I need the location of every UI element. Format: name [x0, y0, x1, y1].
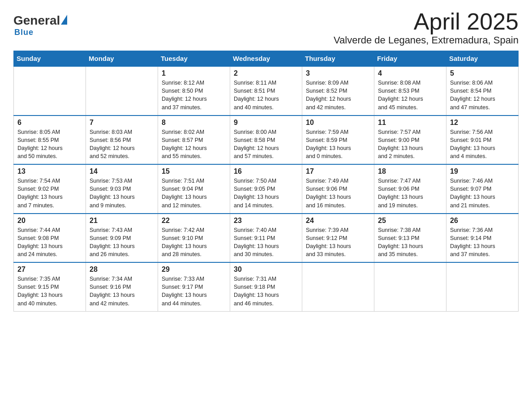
day-number: 4 — [378, 69, 442, 77]
day-info: Sunrise: 7:43 AM Sunset: 9:09 PM Dayligh… — [90, 226, 154, 259]
calendar-cell — [302, 262, 374, 311]
day-number: 27 — [17, 265, 82, 274]
day-info: Sunrise: 7:39 AM Sunset: 9:12 PM Dayligh… — [306, 226, 370, 259]
day-number: 9 — [234, 119, 298, 127]
day-number: 12 — [450, 119, 515, 127]
day-info: Sunrise: 7:31 AM Sunset: 9:18 PM Dayligh… — [234, 275, 298, 308]
day-number: 3 — [306, 69, 370, 77]
day-number: 8 — [162, 119, 226, 127]
calendar-cell: 7Sunrise: 8:03 AM Sunset: 8:56 PM Daylig… — [86, 116, 158, 165]
calendar-cell: 23Sunrise: 7:40 AM Sunset: 9:11 PM Dayli… — [230, 214, 302, 263]
subtitle: Valverde de Leganes, Extremadura, Spain — [334, 34, 519, 46]
day-info: Sunrise: 7:46 AM Sunset: 9:07 PM Dayligh… — [450, 177, 515, 210]
day-info: Sunrise: 7:36 AM Sunset: 9:14 PM Dayligh… — [450, 226, 515, 259]
day-number: 15 — [162, 167, 226, 176]
day-info: Sunrise: 7:49 AM Sunset: 9:06 PM Dayligh… — [306, 177, 370, 210]
calendar-cell: 21Sunrise: 7:43 AM Sunset: 9:09 PM Dayli… — [86, 214, 158, 263]
day-info: Sunrise: 8:11 AM Sunset: 8:51 PM Dayligh… — [234, 79, 298, 111]
calendar-cell: 9Sunrise: 8:00 AM Sunset: 8:58 PM Daylig… — [230, 116, 302, 165]
day-info: Sunrise: 8:09 AM Sunset: 8:52 PM Dayligh… — [306, 79, 370, 111]
logo-blue-text: Blue — [14, 28, 34, 37]
calendar-cell: 4Sunrise: 8:08 AM Sunset: 8:53 PM Daylig… — [374, 66, 446, 116]
calendar-cell: 26Sunrise: 7:36 AM Sunset: 9:14 PM Dayli… — [446, 214, 519, 263]
logo: General Blue — [13, 9, 67, 37]
day-number: 14 — [90, 167, 154, 176]
day-number: 11 — [378, 119, 442, 127]
calendar-cell: 27Sunrise: 7:35 AM Sunset: 9:15 PM Dayli… — [14, 262, 86, 311]
day-info: Sunrise: 8:02 AM Sunset: 8:57 PM Dayligh… — [162, 128, 226, 161]
calendar-cell: 2Sunrise: 8:11 AM Sunset: 8:51 PM Daylig… — [230, 66, 302, 116]
day-info: Sunrise: 7:57 AM Sunset: 9:00 PM Dayligh… — [378, 128, 442, 161]
calendar-header: SundayMondayTuesdayWednesdayThursdayFrid… — [14, 51, 519, 67]
day-number: 7 — [90, 119, 154, 127]
calendar-cell: 5Sunrise: 8:06 AM Sunset: 8:54 PM Daylig… — [446, 66, 519, 116]
day-info: Sunrise: 8:06 AM Sunset: 8:54 PM Dayligh… — [450, 79, 515, 111]
calendar-cell: 18Sunrise: 7:47 AM Sunset: 9:06 PM Dayli… — [374, 164, 446, 214]
calendar-cell: 11Sunrise: 7:57 AM Sunset: 9:00 PM Dayli… — [374, 116, 446, 165]
day-info: Sunrise: 7:53 AM Sunset: 9:03 PM Dayligh… — [90, 177, 154, 210]
calendar-cell: 15Sunrise: 7:51 AM Sunset: 9:04 PM Dayli… — [158, 164, 230, 214]
day-info: Sunrise: 7:47 AM Sunset: 9:06 PM Dayligh… — [378, 177, 442, 210]
calendar-cell: 12Sunrise: 7:56 AM Sunset: 9:01 PM Dayli… — [446, 116, 519, 165]
weekday-header-friday: Friday — [374, 51, 446, 67]
day-info: Sunrise: 7:34 AM Sunset: 9:16 PM Dayligh… — [90, 275, 154, 308]
weekday-header-tuesday: Tuesday — [158, 51, 230, 67]
calendar-cell: 30Sunrise: 7:31 AM Sunset: 9:18 PM Dayli… — [230, 262, 302, 311]
calendar-week-1: 1Sunrise: 8:12 AM Sunset: 8:50 PM Daylig… — [14, 66, 519, 116]
calendar-cell — [86, 66, 158, 116]
day-info: Sunrise: 7:59 AM Sunset: 8:59 PM Dayligh… — [306, 128, 370, 161]
weekday-header-sunday: Sunday — [14, 51, 86, 67]
calendar-cell: 19Sunrise: 7:46 AM Sunset: 9:07 PM Dayli… — [446, 164, 519, 214]
logo-general-text: General — [13, 13, 60, 28]
logo-triangle-icon — [61, 15, 67, 25]
day-number: 17 — [306, 167, 370, 176]
weekday-header-thursday: Thursday — [302, 51, 374, 67]
calendar-table: SundayMondayTuesdayWednesdayThursdayFrid… — [13, 51, 519, 312]
day-info: Sunrise: 7:42 AM Sunset: 9:10 PM Dayligh… — [162, 226, 226, 259]
day-info: Sunrise: 7:56 AM Sunset: 9:01 PM Dayligh… — [450, 128, 515, 161]
main-title: April 2025 — [334, 9, 519, 34]
calendar-cell: 3Sunrise: 8:09 AM Sunset: 8:52 PM Daylig… — [302, 66, 374, 116]
calendar-cell: 29Sunrise: 7:33 AM Sunset: 9:17 PM Dayli… — [158, 262, 230, 311]
weekday-header-wednesday: Wednesday — [230, 51, 302, 67]
calendar-cell — [446, 262, 519, 311]
calendar-cell: 24Sunrise: 7:39 AM Sunset: 9:12 PM Dayli… — [302, 214, 374, 263]
calendar-body: 1Sunrise: 8:12 AM Sunset: 8:50 PM Daylig… — [14, 66, 519, 311]
calendar-cell — [14, 66, 86, 116]
calendar-cell: 22Sunrise: 7:42 AM Sunset: 9:10 PM Dayli… — [158, 214, 230, 263]
calendar-cell: 1Sunrise: 8:12 AM Sunset: 8:50 PM Daylig… — [158, 66, 230, 116]
weekday-header-monday: Monday — [86, 51, 158, 67]
day-number: 26 — [450, 217, 515, 225]
day-info: Sunrise: 8:00 AM Sunset: 8:58 PM Dayligh… — [234, 128, 298, 161]
calendar-cell: 8Sunrise: 8:02 AM Sunset: 8:57 PM Daylig… — [158, 116, 230, 165]
calendar-week-2: 6Sunrise: 8:05 AM Sunset: 8:55 PM Daylig… — [14, 116, 519, 165]
day-info: Sunrise: 7:51 AM Sunset: 9:04 PM Dayligh… — [162, 177, 226, 210]
day-info: Sunrise: 7:44 AM Sunset: 9:08 PM Dayligh… — [17, 226, 82, 259]
calendar-cell: 14Sunrise: 7:53 AM Sunset: 9:03 PM Dayli… — [86, 164, 158, 214]
day-number: 10 — [306, 119, 370, 127]
day-info: Sunrise: 8:03 AM Sunset: 8:56 PM Dayligh… — [90, 128, 154, 161]
day-info: Sunrise: 7:50 AM Sunset: 9:05 PM Dayligh… — [234, 177, 298, 210]
calendar-cell — [374, 262, 446, 311]
header: General Blue April 2025 Valverde de Lega… — [13, 9, 519, 46]
day-number: 16 — [234, 167, 298, 176]
day-number: 30 — [234, 265, 298, 274]
day-info: Sunrise: 8:05 AM Sunset: 8:55 PM Dayligh… — [17, 128, 82, 161]
day-number: 23 — [234, 217, 298, 225]
day-number: 19 — [450, 167, 515, 176]
day-info: Sunrise: 7:38 AM Sunset: 9:13 PM Dayligh… — [378, 226, 442, 259]
day-number: 1 — [162, 69, 226, 77]
day-number: 24 — [306, 217, 370, 225]
day-number: 20 — [17, 217, 82, 225]
day-number: 13 — [17, 167, 82, 176]
calendar-cell: 25Sunrise: 7:38 AM Sunset: 9:13 PM Dayli… — [374, 214, 446, 263]
day-number: 29 — [162, 265, 226, 274]
day-info: Sunrise: 8:08 AM Sunset: 8:53 PM Dayligh… — [378, 79, 442, 111]
day-number: 22 — [162, 217, 226, 225]
day-number: 5 — [450, 69, 515, 77]
day-number: 2 — [234, 69, 298, 77]
day-info: Sunrise: 8:12 AM Sunset: 8:50 PM Dayligh… — [162, 79, 226, 111]
day-number: 25 — [378, 217, 442, 225]
title-area: April 2025 Valverde de Leganes, Extremad… — [334, 9, 519, 46]
calendar-cell: 28Sunrise: 7:34 AM Sunset: 9:16 PM Dayli… — [86, 262, 158, 311]
